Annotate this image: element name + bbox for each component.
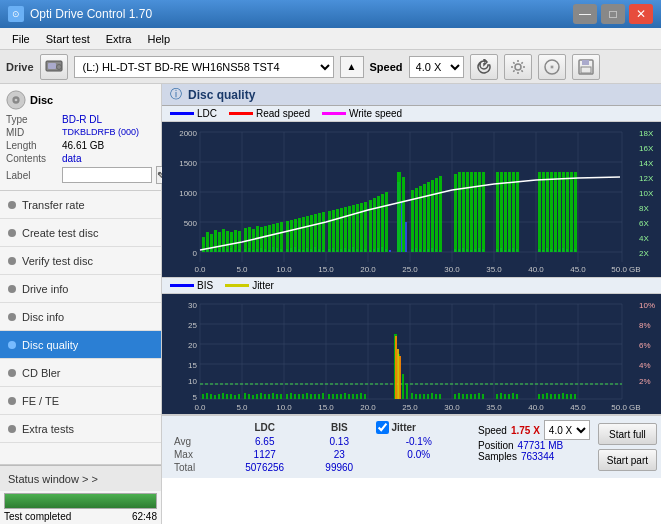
bis-label: BIS <box>197 280 213 291</box>
samples-label: Samples <box>478 451 517 462</box>
sidebar-item-cd-bler[interactable]: CD Bler <box>0 359 161 387</box>
svg-text:25.0: 25.0 <box>402 265 418 274</box>
disc-quality-header: ⓘ Disc quality <box>162 84 661 106</box>
svg-text:5.0: 5.0 <box>236 265 248 274</box>
svg-rect-304 <box>423 394 425 399</box>
svg-rect-172 <box>348 206 351 252</box>
start-full-button[interactable]: Start full <box>598 423 657 445</box>
speed-select[interactable]: 4.0 X 2.0 X 8.0 X <box>409 56 464 78</box>
status-window-button[interactable]: Status window > > <box>0 465 161 491</box>
svg-rect-286 <box>322 393 324 399</box>
sidebar-item-verify-test-disc[interactable]: Verify test disc <box>0 247 161 275</box>
svg-rect-274 <box>272 393 274 399</box>
label-label: Label <box>6 170 58 181</box>
svg-rect-203 <box>508 172 511 252</box>
read-color <box>229 112 253 115</box>
svg-rect-285 <box>318 394 320 399</box>
svg-text:8X: 8X <box>639 204 649 213</box>
maximize-button[interactable]: □ <box>601 4 625 24</box>
sidebar-item-transfer-rate[interactable]: Transfer rate <box>0 191 161 219</box>
svg-text:10X: 10X <box>639 189 654 198</box>
mid-value: TDKBLDRFB (000) <box>62 127 139 138</box>
svg-rect-152 <box>264 226 267 252</box>
svg-text:30.0: 30.0 <box>444 265 460 274</box>
svg-rect-283 <box>310 394 312 399</box>
jitter-checkbox-label[interactable]: Jitter <box>376 421 459 434</box>
svg-text:30: 30 <box>188 301 197 310</box>
svg-text:500: 500 <box>184 219 198 228</box>
svg-rect-169 <box>336 209 339 252</box>
svg-rect-279 <box>294 394 296 399</box>
svg-rect-300 <box>406 384 408 399</box>
speed-value: 1.75 X <box>511 425 540 436</box>
eject-button[interactable]: ▲ <box>340 56 364 78</box>
bis-color <box>170 284 194 287</box>
label-input[interactable] <box>62 167 152 183</box>
svg-rect-209 <box>550 172 553 252</box>
legend-jitter: Jitter <box>225 280 274 291</box>
svg-rect-260 <box>214 395 216 399</box>
sidebar-item-fe-te[interactable]: FE / TE <box>0 387 161 415</box>
svg-rect-321 <box>512 393 514 399</box>
svg-rect-171 <box>344 207 347 252</box>
svg-rect-302 <box>415 394 417 399</box>
svg-rect-281 <box>302 394 304 399</box>
legend-ldc: LDC <box>170 108 217 119</box>
svg-text:18X: 18X <box>639 129 654 138</box>
svg-rect-272 <box>264 394 266 399</box>
menu-start-test[interactable]: Start test <box>38 31 98 47</box>
svg-text:5: 5 <box>193 393 198 402</box>
title-controls[interactable]: — □ ✕ <box>573 4 653 24</box>
jitter-color <box>225 284 249 287</box>
sidebar-item-drive-info[interactable]: Drive info <box>0 275 161 303</box>
refresh-button[interactable] <box>470 54 498 80</box>
svg-rect-141 <box>218 232 221 252</box>
svg-rect-320 <box>508 394 510 399</box>
nav-label: Disc quality <box>22 339 78 351</box>
menu-extra[interactable]: Extra <box>98 31 140 47</box>
nav-label: Extra tests <box>22 423 74 435</box>
settings-button[interactable] <box>504 54 532 80</box>
svg-rect-142 <box>222 229 225 252</box>
sidebar-item-extra-tests[interactable]: Extra tests <box>0 415 161 443</box>
sidebar-item-create-test-disc[interactable]: Create test disc <box>0 219 161 247</box>
svg-rect-280 <box>298 394 300 399</box>
save-button[interactable] <box>572 54 600 80</box>
svg-rect-333 <box>395 336 397 399</box>
svg-rect-168 <box>332 210 335 252</box>
menu-file[interactable]: File <box>4 31 38 47</box>
svg-rect-296 <box>364 394 366 399</box>
jitter-checkbox[interactable] <box>376 421 389 434</box>
svg-rect-170 <box>340 208 343 252</box>
nav-dot <box>8 257 16 265</box>
svg-rect-104 <box>405 222 407 252</box>
disc-panel-title: Disc <box>30 94 53 106</box>
svg-rect-139 <box>210 234 213 252</box>
svg-rect-301 <box>411 393 413 399</box>
type-value: BD-R DL <box>62 114 102 125</box>
svg-rect-215 <box>574 172 577 252</box>
nav-label: Disc info <box>22 311 64 323</box>
sidebar-item-disc-quality[interactable]: Disc quality <box>0 331 161 359</box>
svg-text:1000: 1000 <box>179 189 197 198</box>
menu-help[interactable]: Help <box>139 31 178 47</box>
svg-rect-306 <box>431 393 433 399</box>
svg-rect-181 <box>385 192 388 252</box>
svg-rect-328 <box>558 394 560 399</box>
disc-quality-icon: ⓘ <box>170 86 182 103</box>
svg-rect-146 <box>238 231 241 252</box>
sidebar-item-disc-info[interactable]: Disc info <box>0 303 161 331</box>
start-part-button[interactable]: Start part <box>598 449 657 471</box>
svg-rect-165 <box>318 213 321 252</box>
media-button[interactable] <box>538 54 566 80</box>
progress-bar-fill <box>5 494 156 508</box>
svg-rect-101 <box>389 250 391 252</box>
svg-rect-159 <box>294 219 297 252</box>
svg-rect-207 <box>542 172 545 252</box>
max-ldc: 1127 <box>222 448 307 461</box>
minimize-button[interactable]: — <box>573 4 597 24</box>
speed-dropdown[interactable]: 4.0 X 2.0 X 8.0 X <box>544 420 590 440</box>
drive-select[interactable]: (L:) HL-DT-ST BD-RE WH16NS58 TST4 <box>74 56 334 78</box>
close-button[interactable]: ✕ <box>629 4 653 24</box>
svg-rect-161 <box>302 217 305 252</box>
